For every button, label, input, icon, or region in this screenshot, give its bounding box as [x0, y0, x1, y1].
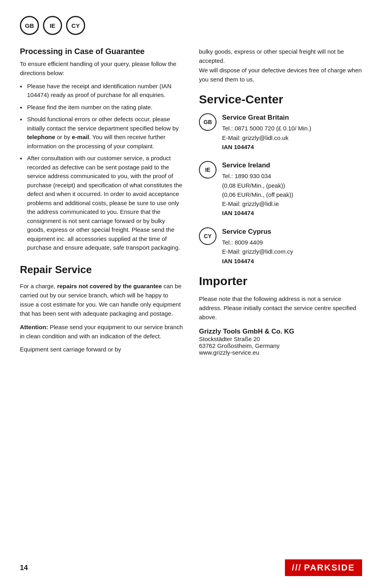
badge-ie: IE: [43, 16, 62, 35]
service-ie: IE Service Ireland Tel.: 1890 930 034 (0…: [199, 160, 362, 218]
service-ie-email: E-Mail: grizzly@lidl.ie: [222, 199, 293, 208]
service-gb-tel: Tel.: 0871 5000 720 (£ 0.10/ Min.): [222, 124, 311, 133]
bullet-4: After consultation with our customer ser…: [20, 154, 183, 252]
repair-section: Repair Service For a charge, repairs not…: [20, 264, 183, 354]
service-badge-cy: CY: [199, 227, 216, 245]
importer-address2: 63762 Großostheim, Germany: [199, 342, 362, 349]
service-cy-email: E-Mail: grizzly@lidl.com.cy: [222, 247, 293, 256]
service-cy-tel: Tel.: 8009 4409: [222, 238, 293, 247]
logo-slashes: ///: [292, 563, 302, 573]
importer-title: Importer: [199, 274, 362, 288]
badge-cy: CY: [66, 16, 85, 35]
right-column: bulky goods, express or other special fr…: [199, 47, 362, 358]
processing-bullets: Please have the receipt and identificati…: [20, 82, 183, 252]
processing-title: Processing in Case of Guarantee: [20, 47, 183, 56]
service-ie-ian: IAN 104474: [222, 208, 293, 217]
service-ie-extra: (0,08 EUR/Min., (peak))(0,06 EUR/Min., (…: [222, 181, 293, 200]
repair-text2: Attention: Please send your equipment to…: [20, 322, 183, 341]
footer: 14 /// PARKSIDE: [20, 559, 362, 576]
main-columns: Processing in Case of Guarantee To ensur…: [20, 47, 362, 358]
repair-text3: Equipment sent carriage forward or by: [20, 345, 183, 354]
importer-website: www.grizzly-service.eu: [199, 349, 362, 356]
service-cy-ian: IAN 104474: [222, 256, 293, 266]
parkside-logo: /// PARKSIDE: [285, 559, 362, 576]
importer-text: Please note that the following address i…: [199, 294, 362, 322]
logo-box: /// PARKSIDE: [285, 559, 362, 576]
page: GB IE CY Processing in Case of Guarantee…: [0, 0, 382, 588]
service-gb-name: Service Great Britain: [222, 113, 311, 123]
service-ie-details: Service Ireland Tel.: 1890 930 034 (0,08…: [222, 160, 293, 218]
service-gb-ian: IAN 104474: [222, 142, 311, 151]
importer-company: Grizzly Tools GmbH & Co. KG: [199, 328, 362, 336]
service-center-title: Service-Center: [199, 93, 362, 106]
processing-intro: To ensure efficient handling of your que…: [20, 59, 183, 78]
bullet-1: Please have the receipt and identificati…: [20, 82, 183, 100]
bullet-3: Should functional errors or other defect…: [20, 115, 183, 151]
service-cy-name: Service Cyprus: [222, 227, 293, 237]
repair-title: Repair Service: [20, 264, 183, 276]
badge-gb: GB: [20, 16, 39, 35]
left-column: Processing in Case of Guarantee To ensur…: [20, 47, 183, 358]
service-badge-ie: IE: [199, 161, 216, 179]
country-badges: GB IE CY: [20, 16, 362, 35]
service-gb-email: E-Mail: grizzly@lidl.co.uk: [222, 133, 311, 142]
logo-text: PARKSIDE: [304, 563, 355, 573]
service-ie-tel: Tel.: 1890 930 034: [222, 171, 293, 180]
page-number: 14: [20, 564, 28, 572]
importer-section: Importer Please note that the following …: [199, 274, 362, 356]
service-gb: GB Service Great Britain Tel.: 0871 5000…: [199, 113, 362, 151]
service-gb-details: Service Great Britain Tel.: 0871 5000 72…: [222, 113, 311, 151]
service-badge-gb: GB: [199, 113, 216, 131]
service-cy: CY Service Cyprus Tel.: 8009 4409 E-Mail…: [199, 227, 362, 266]
bullet-2: Please find the item number on the ratin…: [20, 103, 183, 112]
right-intro: bulky goods, express or other special fr…: [199, 47, 362, 84]
service-cy-details: Service Cyprus Tel.: 8009 4409 E-Mail: g…: [222, 227, 293, 266]
repair-text1: For a charge, repairs not covered by the…: [20, 281, 183, 318]
importer-address1: Stockstädter Straße 20: [199, 336, 362, 342]
service-ie-name: Service Ireland: [222, 160, 293, 171]
